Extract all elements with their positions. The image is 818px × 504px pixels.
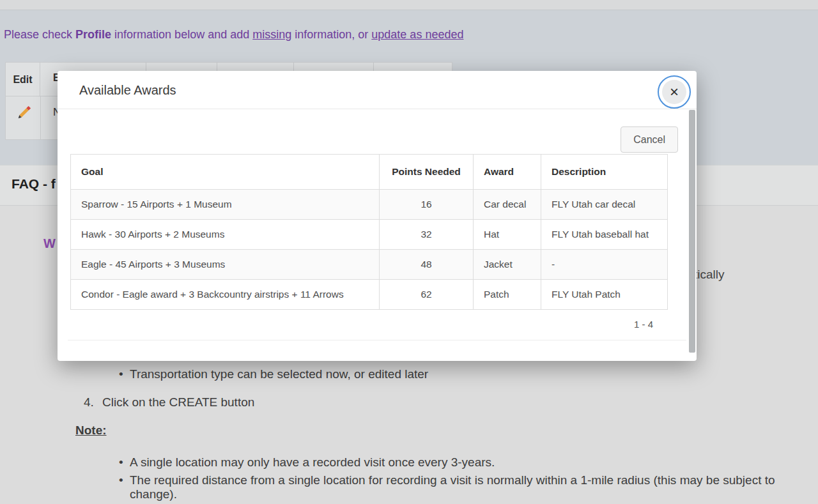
close-icon: × bbox=[662, 80, 686, 104]
table-row: Hawk - 30 Airports + 2 Museums 32 Hat FL… bbox=[71, 220, 668, 250]
column-header-description: Description bbox=[541, 155, 668, 190]
profile-notice: Please check Profile information below a… bbox=[4, 28, 463, 42]
column-divider bbox=[40, 96, 41, 140]
goal-cell: Hawk - 30 Airports + 2 Museums bbox=[71, 220, 380, 250]
bullet-glyph: • bbox=[119, 367, 123, 381]
table-row: Sparrow - 15 Airports + 1 Museum 16 Car … bbox=[71, 190, 668, 220]
cancel-button[interactable]: Cancel bbox=[621, 126, 678, 153]
step-text: Click on the CREATE button bbox=[102, 395, 254, 409]
description-cell: - bbox=[541, 250, 668, 280]
awards-table-header-row: Goal Points Needed Award Description bbox=[71, 155, 668, 190]
table-row: Eagle - 45 Airports + 3 Museums 48 Jacke… bbox=[71, 250, 668, 280]
dialog-title: Available Awards bbox=[79, 83, 176, 98]
step-number: 4. bbox=[84, 395, 94, 409]
notice-text: information below and add bbox=[111, 28, 252, 41]
column-header-points: Points Needed bbox=[380, 155, 474, 190]
available-awards-dialog: Available Awards × Cancel Goal Points Ne… bbox=[58, 71, 697, 361]
notice-text: information, or bbox=[291, 28, 371, 41]
bullet-glyph: • bbox=[119, 455, 123, 470]
truncated-body-text: tically bbox=[694, 268, 725, 282]
points-cell: 16 bbox=[380, 190, 474, 220]
award-cell: Jacket bbox=[474, 250, 541, 280]
award-cell: Hat bbox=[474, 220, 541, 250]
description-cell: FLY Utah car decal bbox=[541, 190, 668, 220]
awards-table: Goal Points Needed Award Description Spa… bbox=[70, 154, 668, 310]
points-cell: 62 bbox=[380, 280, 474, 310]
faq-heading: FAQ - f bbox=[12, 176, 56, 192]
goal-cell: Sparrow - 15 Airports + 1 Museum bbox=[71, 190, 380, 220]
note-item: A single location may only have a record… bbox=[130, 455, 495, 470]
missing-link[interactable]: missing bbox=[252, 28, 291, 41]
truncated-purple-heading: W bbox=[43, 236, 56, 251]
close-button[interactable]: × bbox=[658, 75, 691, 109]
column-header-award: Award bbox=[474, 155, 541, 190]
description-cell: FLY Utah baseball hat bbox=[541, 220, 668, 250]
points-cell: 32 bbox=[380, 220, 474, 250]
notice-text: Please check bbox=[4, 28, 75, 41]
footer-divider bbox=[68, 340, 686, 340]
notice-profile-bold: Profile bbox=[75, 28, 111, 41]
bullet-glyph: • bbox=[119, 473, 123, 487]
browser-top-strip bbox=[0, 0, 818, 10]
pagination-label: 1 - 4 bbox=[634, 319, 653, 330]
dialog-header: Available Awards bbox=[58, 71, 697, 109]
table-row: Condor - Eagle award + 3 Backcountry air… bbox=[71, 280, 668, 310]
goal-cell: Condor - Eagle award + 3 Backcountry air… bbox=[71, 280, 380, 310]
award-cell: Car decal bbox=[474, 190, 541, 220]
edit-column-header: Edit bbox=[6, 63, 40, 96]
instruction-bullet: Transportation type can be selected now,… bbox=[130, 367, 428, 381]
points-cell: 48 bbox=[380, 250, 474, 280]
note-label: Note: bbox=[75, 424, 107, 438]
goal-cell: Eagle - 45 Airports + 3 Museums bbox=[71, 250, 380, 280]
description-cell: FLY Utah Patch bbox=[541, 280, 668, 310]
update-link[interactable]: update as needed bbox=[371, 28, 463, 41]
column-header-goal: Goal bbox=[71, 155, 380, 190]
pencil-icon[interactable] bbox=[16, 103, 34, 121]
modal-scrollbar[interactable] bbox=[689, 110, 695, 353]
award-cell: Patch bbox=[474, 280, 541, 310]
note-item: The required distance from a single loca… bbox=[130, 473, 818, 501]
